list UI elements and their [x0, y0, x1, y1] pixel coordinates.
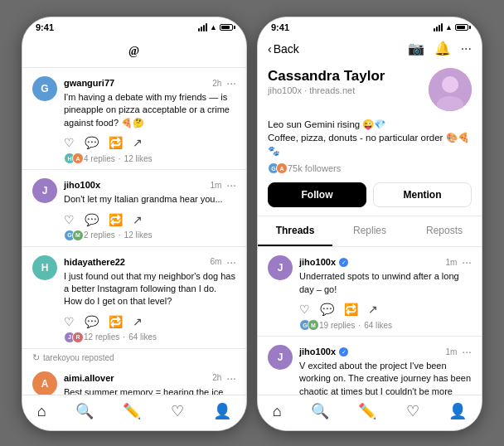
share-icon[interactable]: ↗ — [133, 213, 143, 226]
repost-icon[interactable]: 🔁 — [109, 213, 123, 226]
signal-icon — [198, 23, 207, 32]
thread-likes-text: 12 likes — [124, 154, 153, 163]
more-icon[interactable]: ··· — [226, 371, 236, 385]
username: jiho100x — [299, 257, 336, 267]
thread-time: 2h — [212, 373, 221, 382]
thread-content: Don't let my Italian grandma hear you... — [64, 193, 236, 206]
more-icon[interactable]: ··· — [462, 255, 472, 269]
more-icon[interactable]: ··· — [226, 178, 236, 191]
thread-content: Best summer memory = hearing the ice cre… — [64, 386, 236, 395]
like-icon[interactable]: ♡ — [64, 213, 75, 226]
svg-point-2 — [442, 76, 458, 93]
left-phone: 9:41 ▲ @ — [22, 17, 247, 431]
status-bar-right: 9:41 ▲ — [258, 17, 482, 36]
nav-search[interactable]: 🔍 — [311, 402, 329, 420]
profile-actions: Follow Mention — [268, 182, 472, 207]
share-icon[interactable]: ↗ — [133, 315, 143, 328]
avatar: H — [32, 255, 57, 280]
tab-reposts[interactable]: Reposts — [407, 216, 482, 246]
feed-scroll[interactable]: G gwanguri77 2h ··· I'm having a debate … — [22, 68, 246, 395]
username: gwanguri77 — [64, 78, 114, 88]
verified-badge: ✓ — [339, 347, 348, 356]
mini-avatars: G M — [299, 319, 316, 331]
username: aimi.allover — [64, 373, 114, 383]
profile-tabs: Threads Replies Reposts — [258, 216, 482, 247]
nav-heart[interactable]: ♡ — [406, 402, 419, 420]
more-icon[interactable]: ··· — [462, 345, 472, 358]
comment-icon[interactable]: 💬 — [85, 136, 99, 149]
like-icon[interactable]: ♡ — [299, 303, 310, 316]
thread-time: 1m — [445, 347, 457, 356]
thread-time: 2h — [212, 79, 221, 88]
more-options-icon[interactable]: ··· — [461, 41, 472, 56]
nav-compose[interactable]: ✏️ — [358, 402, 376, 420]
repost-icon[interactable]: 🔁 — [109, 136, 123, 149]
thread-likes-text: 64 likes — [364, 321, 392, 330]
repost-by-text: tarekoyou reposted — [43, 353, 114, 362]
thread-stats-text: 12 replies — [84, 332, 119, 342]
share-icon[interactable]: ↗ — [133, 136, 143, 149]
comment-icon[interactable]: 💬 — [85, 315, 99, 328]
thread-item: J jiho100x ✓ 1m ··· — [258, 247, 482, 337]
avatar: J — [32, 178, 57, 203]
repost-label: ↻ tarekoyou reposted — [22, 349, 246, 363]
thread-likes-text: 12 likes — [124, 230, 153, 240]
nav-profile[interactable]: 👤 — [448, 402, 467, 420]
profile-threads[interactable]: J jiho100x ✓ 1m ··· — [258, 247, 482, 395]
threads-logo: @ — [124, 41, 144, 61]
thread-content: I'm having a debate with my friends — is… — [64, 91, 236, 129]
profile-handle: jiho100x · threads.net — [268, 85, 385, 95]
wifi-icon: ▲ — [210, 23, 217, 32]
profile-bio: Leo sun Gemini rising 😜💎 Coffee, pizza, … — [268, 118, 472, 158]
instagram-icon[interactable]: 📷 — [408, 41, 424, 56]
nav-profile[interactable]: 👤 — [213, 402, 231, 420]
nav-home[interactable]: ⌂ — [37, 403, 46, 420]
status-bar-left: 9:41 ▲ — [22, 17, 246, 36]
like-icon[interactable]: ♡ — [64, 136, 75, 149]
profile-nav-bar: ‹ Back 📷 🔔 ··· — [258, 36, 482, 61]
nav-heart[interactable]: ♡ — [171, 402, 184, 420]
followers-count: 75k followers — [288, 163, 341, 173]
more-icon[interactable]: ··· — [226, 76, 236, 90]
thread-item: G gwanguri77 2h ··· I'm having a debate … — [22, 68, 246, 170]
thread-likes-text: 64 likes — [128, 332, 157, 342]
phones-container: 9:41 ▲ @ — [5, 0, 499, 446]
thread-content: I just found out that my neighbor's dog … — [64, 270, 236, 308]
profile-content[interactable]: Cassandra Taylor jiho100x · threads.net — [258, 61, 482, 395]
right-phone: 9:41 ▲ ‹ Bac — [257, 17, 482, 431]
nav-home[interactable]: ⌂ — [273, 403, 282, 420]
bell-icon[interactable]: 🔔 — [434, 41, 451, 56]
status-icons-right: ▲ — [434, 23, 468, 32]
thread-content: Underrated spots to unwind after a long … — [299, 270, 472, 296]
repost-icon[interactable]: 🔁 — [344, 303, 358, 316]
tab-replies[interactable]: Replies — [332, 216, 407, 246]
header-icons: 📷 🔔 ··· — [408, 41, 472, 56]
username: jiho100x — [64, 180, 100, 190]
profile-name: Cassandra Taylor — [268, 68, 385, 85]
comment-icon[interactable]: 💬 — [85, 213, 99, 226]
tab-threads[interactable]: Threads — [258, 216, 332, 246]
signal-icon — [434, 23, 443, 32]
avatar: J — [268, 255, 293, 280]
follow-button[interactable]: Follow — [268, 182, 366, 207]
nav-compose[interactable]: ✏️ — [123, 402, 141, 420]
app-header: @ — [22, 36, 246, 68]
mention-button[interactable]: Mention — [373, 182, 472, 207]
followers-avatars: G A — [268, 162, 284, 174]
thread-stats-separator: · — [119, 154, 121, 163]
wifi-icon: ▲ — [445, 23, 453, 32]
thread-meta: aimi.allover 2h ··· Best summer memory =… — [64, 371, 236, 395]
share-icon[interactable]: ↗ — [368, 303, 378, 316]
thread-item: J jiho100x ✓ 1m ··· — [258, 337, 482, 395]
back-button[interactable]: ‹ Back — [268, 42, 299, 56]
more-icon[interactable]: ··· — [226, 255, 236, 269]
thread-stats-separator: · — [123, 332, 125, 342]
mini-avatars: G M — [64, 230, 80, 241]
repost-icon[interactable]: 🔁 — [109, 315, 123, 328]
like-icon[interactable]: ♡ — [64, 315, 75, 328]
nav-search[interactable]: 🔍 — [75, 402, 94, 420]
thread-meta: hidayathere22 6m ··· I just found out th… — [64, 255, 236, 308]
profile-avatar — [429, 68, 472, 111]
comment-icon[interactable]: 💬 — [320, 303, 334, 316]
thread-time: 1m — [210, 181, 221, 190]
